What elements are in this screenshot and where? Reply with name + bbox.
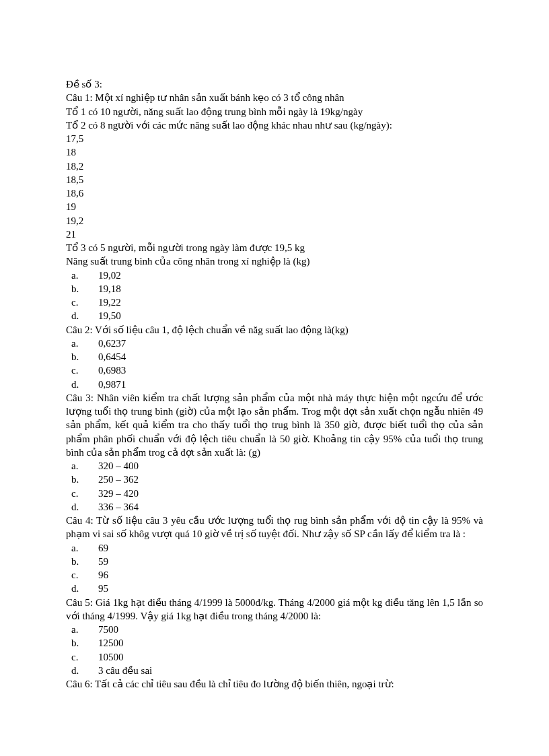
q2-text: Câu 2: Với số liệu câu 1, độ lệch chuẩn … [66, 323, 483, 337]
q1-option-a: a.19,02 [66, 269, 483, 282]
q4-option-a: a.69 [66, 541, 483, 555]
option-label: a. [85, 269, 98, 282]
q1-line4: Tổ 3 có 5 người, mỗi người trong ngày là… [66, 241, 483, 254]
q2-option-c: c.0,6983 [66, 364, 483, 377]
q1-value: 17,5 [66, 132, 483, 145]
option-label: b. [85, 636, 98, 650]
option-label: d. [85, 500, 98, 514]
option-label: c. [85, 364, 98, 377]
option-label: c. [85, 487, 98, 500]
q1-line3: Tổ 2 có 8 người với các mức năng suất la… [66, 118, 483, 132]
q2-option-b: b.0,6454 [66, 350, 483, 364]
q3-option-d: d.336 – 364 [66, 500, 483, 514]
q1-option-d: d.19,50 [66, 309, 483, 322]
q2-option-d: d.0,9871 [66, 378, 483, 391]
q3-option-a: a.320 – 400 [66, 459, 483, 473]
option-label: c. [85, 650, 98, 664]
q5-option-d: d.3 câu đều sai [66, 664, 483, 677]
q3-option-b: b.250 – 362 [66, 473, 483, 486]
option-text: 19,18 [98, 283, 121, 294]
option-text: 3 câu đều sai [98, 665, 152, 676]
q1-value: 18 [66, 145, 483, 159]
option-label: d. [85, 378, 98, 391]
option-text: 0,6983 [98, 365, 126, 376]
q1-option-b: b.19,18 [66, 282, 483, 296]
q1-value: 21 [66, 228, 483, 241]
q1-value: 19 [66, 200, 483, 213]
option-text: 0,9871 [98, 379, 126, 390]
option-label: b. [85, 282, 98, 296]
option-label: b. [85, 473, 98, 486]
q4-text: Câu 4: Từ số liệu câu 3 yêu cầu ước lượn… [66, 514, 483, 541]
q1-value: 18,2 [66, 160, 483, 173]
option-text: 0,6237 [98, 338, 126, 349]
q3-option-c: c.329 – 420 [66, 487, 483, 500]
q5-option-a: a.7500 [66, 623, 483, 636]
q2-option-a: a.0,6237 [66, 337, 483, 350]
option-text: 250 – 362 [98, 474, 139, 485]
option-label: c. [85, 296, 98, 309]
option-label: a. [85, 459, 98, 473]
q6-text: Câu 6: Tất cả các chỉ tiêu sau đều là ch… [66, 677, 483, 691]
q1-line1: Câu 1: Một xí nghiệp tư nhân sản xuất bá… [66, 91, 483, 104]
option-label: a. [85, 337, 98, 350]
option-text: 12500 [98, 638, 124, 648]
option-label: d. [85, 582, 98, 595]
option-text: 19,02 [98, 270, 121, 281]
option-label: d. [85, 664, 98, 677]
option-text: 320 – 400 [98, 460, 139, 471]
q4-option-c: c.96 [66, 568, 483, 582]
exam-title: Đề số 3: [66, 77, 483, 91]
q1-option-c: c.19,22 [66, 296, 483, 309]
q1-value: 18,5 [66, 173, 483, 186]
q5-text: Câu 5: Giá 1kg hạt điều tháng 4/1999 là … [66, 596, 483, 623]
option-text: 7500 [98, 624, 118, 635]
option-text: 10500 [98, 652, 124, 662]
option-text: 336 – 364 [98, 502, 139, 512]
q1-value: 19,2 [66, 214, 483, 228]
option-label: c. [85, 568, 98, 582]
q4-option-b: b.59 [66, 555, 483, 568]
q5-option-c: c.10500 [66, 650, 483, 664]
option-text: 96 [98, 570, 108, 580]
option-text: 95 [98, 583, 108, 594]
option-text: 329 – 420 [98, 488, 139, 499]
option-text: 0,6454 [98, 351, 126, 362]
option-text: 69 [98, 543, 108, 553]
option-text: 19,50 [98, 310, 121, 321]
option-label: a. [85, 623, 98, 636]
option-text: 59 [98, 556, 108, 567]
option-label: b. [85, 350, 98, 364]
option-label: d. [85, 309, 98, 322]
option-label: a. [85, 541, 98, 555]
q5-option-b: b.12500 [66, 636, 483, 650]
q1-value: 18,6 [66, 186, 483, 200]
q1-line2: Tổ 1 có 10 người, năng suất lao động tru… [66, 105, 483, 118]
q4-option-d: d.95 [66, 582, 483, 595]
q3-text: Câu 3: Nhân viên kiểm tra chất lượng sản… [66, 391, 483, 459]
option-text: 19,22 [98, 297, 121, 308]
q1-line5: Năng suất trung bình của công nhân trong… [66, 254, 483, 268]
option-label: b. [85, 555, 98, 568]
